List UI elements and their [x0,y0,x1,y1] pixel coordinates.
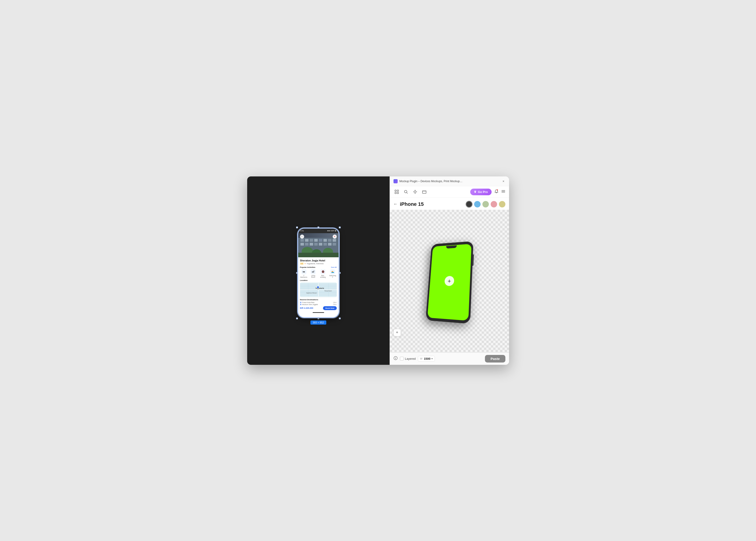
handle-mr[interactable] [339,272,341,274]
layered-label: Layered [405,357,416,360]
svg-rect-15 [328,243,331,246]
svg-rect-16 [333,243,336,246]
bell-icon[interactable] [494,189,499,194]
svg-point-39 [404,191,407,193]
handle-tr[interactable] [339,227,341,228]
svg-rect-14 [323,243,327,246]
svg-rect-3 [310,239,313,242]
handle-bl[interactable] [296,317,298,319]
activity-icon-pool: 🏊 [330,269,335,274]
crown-icon: ♛ [474,190,477,194]
handle-tl[interactable] [296,227,298,228]
toolbar: ♛ Go Pro [390,186,509,198]
map-section[interactable]: Yogyakarta Jogjakarya Masque Banguntapan [300,282,337,297]
browser-window: iPhone 14 & 15 Pro ... </> 9:41 [247,177,509,365]
handle-bm[interactable] [317,317,319,319]
svg-rect-2 [305,239,308,242]
info-icon[interactable] [394,356,398,361]
activity-icon-nosmoking: 🚭 [320,269,325,274]
dest-1-name: Prasa Krida Ratu [302,301,314,303]
toggle-checkbox[interactable] [400,357,404,360]
status-bar: 9:41 ●●● WiFi ■ [298,229,339,233]
iphone-3d-mockup: + [425,241,474,324]
iphone-side-button [473,254,474,266]
plugin-title-text: Mockup Plugin – Devices Mockups, Print M… [399,180,464,183]
back-button[interactable]: ← [394,202,398,207]
status-time: 9:41 [300,230,304,232]
see-all-link[interactable]: See All [331,266,337,268]
paste-button[interactable]: Paste [485,355,505,362]
location-title: Location [300,279,337,281]
svg-rect-38 [397,192,399,194]
sparkle-icon[interactable] [412,189,418,195]
phone-frame-container: 9:41 ●●● WiFi ■ [298,228,339,318]
svg-rect-35 [395,190,396,191]
back-title: ← iPhone 15 [394,201,424,207]
phone-screen: 9:41 ●●● WiFi ■ [298,229,339,317]
menu-icon[interactable] [501,189,505,194]
chevron-down-icon[interactable]: ▾ [431,357,433,360]
svg-rect-4 [314,239,318,242]
svg-rect-12 [314,243,318,246]
activity-label-beds: 2 Bedrooms [300,275,308,278]
dimension-badge: 393 × 852 [310,320,326,324]
book-row: IDR 4.325.000 Book Now [300,306,337,310]
shape-icon[interactable] [421,189,428,195]
hotel-meta: 4.3 ● Yogyakarta, Indonesia [300,263,337,265]
plugin-header: Mockup Plugin – Devices Mockups, Print M… [390,177,509,186]
add-content-button[interactable]: + [444,276,454,286]
nearest-item-2: 🏛Museum Seni Jogjakir 25km [300,304,337,305]
color-swatch-green[interactable] [482,201,489,208]
hero-nav: ← ♥ [298,235,339,239]
activity-label-nosmoking: Non-smoking [319,275,327,278]
phone-mockup: 9:41 ●●● WiFi ■ [298,228,339,318]
dest-1-dist: 18km [333,301,337,303]
svg-rect-1 [300,239,304,242]
activity-beds: 🛏 2 Bedrooms [300,269,308,278]
activity-living: 🛋 Living Room [309,269,317,278]
color-swatch-blue[interactable] [474,201,481,208]
activity-nosmoking: 🚭 Non-smoking [319,269,327,278]
add-icon: + [448,277,451,284]
color-swatch-black[interactable] [466,201,472,208]
color-swatch-pink[interactable] [491,201,497,208]
width-value: 1500 [424,357,431,360]
hotel-rating: 4.3 [300,263,304,265]
svg-rect-9 [300,243,304,246]
add-layer-button[interactable]: + [394,329,401,336]
activity-pool: 🏊 Swimming P [328,269,336,278]
hero-back-btn[interactable]: ← [300,235,304,239]
dest-2-dist: 25km [333,304,337,305]
dest-2-name: Museum Seni Jogjakir [302,304,318,305]
svg-point-43 [497,190,498,191]
activity-label-living: Living Room [309,275,317,278]
search-icon[interactable] [403,189,409,195]
hotel-price: IDR 4.325.000 [300,307,313,309]
go-pro-label: Go Pro [478,190,488,194]
nearest-section: Nearest Destinations 🏛Prasa Krida Ratu 1… [300,298,337,305]
svg-rect-11 [310,243,313,246]
svg-rect-13 [319,243,322,246]
plugin-title-area: Mockup Plugin – Devices Mockups, Print M… [394,179,502,183]
canvas-panel: iPhone 14 & 15 Pro ... </> 9:41 [247,177,390,365]
phone-content: Sheraton Jogja Hotel 4.3 ● Yogyakarta, I… [298,257,339,312]
go-pro-button[interactable]: ♛ Go Pro [470,189,491,195]
width-input[interactable]: W 1500 ▾ [418,356,435,361]
hotel-name: Sheraton Jogja Hotel [300,259,337,262]
layered-toggle[interactable]: Layered [400,357,416,360]
svg-line-40 [407,193,408,194]
iphone-3d-screen[interactable]: + [427,244,471,321]
svg-rect-20 [298,253,339,257]
close-button[interactable]: × [502,180,505,183]
handle-br[interactable] [339,317,341,319]
svg-rect-7 [328,239,331,242]
activity-label-pool: Swimming P [328,275,336,278]
svg-rect-8 [333,239,336,242]
preview-area: + + [390,210,509,352]
svg-rect-6 [323,239,327,242]
hero-fav-btn[interactable]: ♥ [333,235,337,239]
color-swatch-yellow[interactable] [499,201,505,208]
grid-icon[interactable] [394,189,400,195]
book-button[interactable]: Book Now [323,306,336,310]
svg-rect-37 [395,192,396,194]
